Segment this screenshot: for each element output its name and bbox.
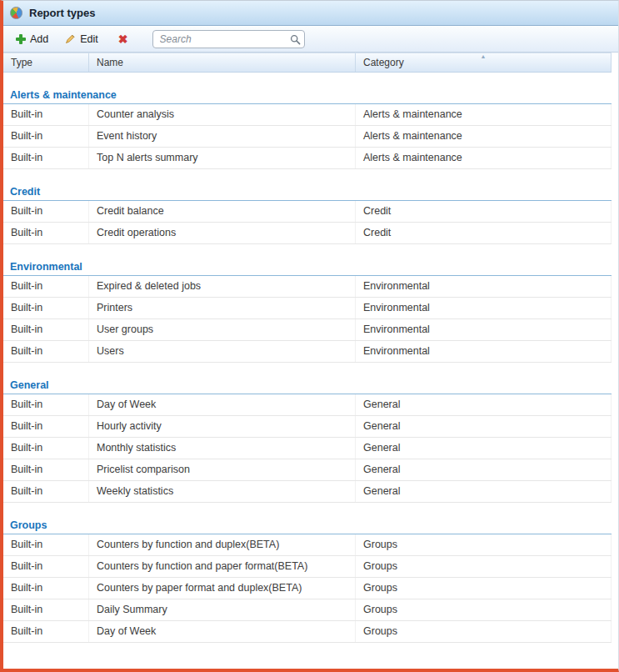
cell-type: Built-in: [3, 148, 89, 168]
table-row[interactable]: Built-inMonthly statisticsGeneral: [3, 438, 612, 459]
cell-type: Built-in: [3, 416, 89, 437]
cell-name: Counters by paper format and duplex(BETA…: [89, 578, 356, 599]
cell-name: Printers: [89, 298, 356, 318]
add-button[interactable]: Add: [8, 30, 56, 48]
report-group: GroupsBuilt-inCounters by function and d…: [3, 503, 612, 643]
column-header-name[interactable]: Name: [89, 53, 356, 72]
table-row[interactable]: Built-inCounter analysisAlerts & mainten…: [3, 104, 612, 126]
table-row[interactable]: Built-inCredit balanceCredit: [3, 201, 612, 223]
cell-category: Environmental: [356, 341, 612, 362]
cell-category: Groups: [356, 534, 612, 555]
page-title: Report types: [29, 7, 95, 19]
cell-name: Day of Week: [89, 394, 356, 415]
group-header[interactable]: General: [3, 363, 612, 394]
report-table-groups: Alerts & maintenanceBuilt-inCounter anal…: [3, 73, 612, 669]
cell-type: Built-in: [3, 298, 89, 318]
column-header-category-label: Category: [363, 57, 404, 68]
cell-category: Credit: [356, 201, 612, 222]
cell-category: General: [356, 394, 612, 415]
cell-category: General: [356, 481, 612, 502]
cell-category: Groups: [356, 578, 612, 599]
cell-name: Event history: [89, 126, 356, 147]
cell-name: Top N alerts summary: [89, 148, 356, 168]
cell-type: Built-in: [3, 394, 89, 415]
table-row[interactable]: Built-inTop N alerts summaryAlerts & mai…: [3, 148, 612, 169]
table-row[interactable]: Built-inDay of WeekGeneral: [3, 394, 612, 416]
cell-type: Built-in: [3, 126, 89, 147]
search-box: [152, 30, 305, 48]
cell-type: Built-in: [3, 201, 89, 222]
cell-type: Built-in: [3, 556, 89, 577]
cell-name: Counter analysis: [89, 104, 356, 125]
cell-category: Groups: [356, 556, 612, 577]
delete-button[interactable]: ✖: [107, 30, 139, 48]
pie-chart-icon: [10, 7, 22, 19]
cell-type: Built-in: [3, 481, 89, 502]
table-row[interactable]: Built-inWeekly statisticsGeneral: [3, 481, 612, 503]
cell-category: General: [356, 459, 612, 480]
group-header[interactable]: Credit: [3, 169, 612, 201]
cell-type: Built-in: [3, 276, 89, 297]
cell-category: Groups: [356, 621, 612, 642]
table-row[interactable]: Built-inDaily SummaryGroups: [3, 599, 612, 621]
column-header-category[interactable]: ▲ Category: [356, 53, 612, 72]
cell-type: Built-in: [3, 319, 89, 340]
toolbar: Add Edit ✖: [3, 26, 618, 53]
window-titlebar: Report types: [3, 1, 618, 26]
cell-type: Built-in: [3, 104, 89, 125]
search-input[interactable]: [152, 30, 305, 48]
cell-name: Counters by function and duplex(BETA): [89, 534, 356, 555]
cell-type: Built-in: [3, 578, 89, 599]
table-row[interactable]: Built-inUsersEnvironmental: [3, 341, 612, 363]
cell-name: Counters by function and paper format(BE…: [89, 556, 356, 577]
cell-type: Built-in: [3, 534, 89, 555]
group-header[interactable]: Groups: [3, 503, 612, 534]
table-row[interactable]: Built-inHourly activityGeneral: [3, 416, 612, 438]
cell-category: Groups: [356, 599, 612, 620]
cell-type: Built-in: [3, 459, 89, 480]
group-header[interactable]: Alerts & maintenance: [3, 73, 612, 104]
cell-name: Pricelist comparison: [89, 459, 356, 480]
cell-category: Alerts & maintenance: [356, 148, 612, 168]
cell-name: Expired & deleted jobs: [89, 276, 356, 297]
report-group: CreditBuilt-inCredit balanceCreditBuilt-…: [3, 169, 612, 244]
table-row[interactable]: Built-inPrintersEnvironmental: [3, 298, 612, 319]
edit-button-label: Edit: [80, 33, 98, 45]
cell-name: User groups: [89, 319, 356, 340]
group-header[interactable]: Environmental: [3, 244, 612, 276]
table-row[interactable]: Built-inCounters by function and duplex(…: [3, 534, 612, 556]
cell-name: Weekly statistics: [89, 481, 356, 502]
column-header-row: Type Name ▲ Category: [3, 53, 612, 73]
sort-ascending-icon: ▲: [481, 53, 487, 59]
add-button-label: Add: [30, 33, 48, 45]
table-row[interactable]: Built-inUser groupsEnvironmental: [3, 319, 612, 341]
table-row[interactable]: Built-inCounters by function and paper f…: [3, 556, 612, 578]
cell-name: Daily Summary: [89, 599, 356, 620]
table-row[interactable]: Built-inPricelist comparisonGeneral: [3, 459, 612, 481]
report-types-window: Report types Add Edit ✖: [0, 0, 619, 672]
table-row[interactable]: Built-inExpired & deleted jobsEnvironmen…: [3, 276, 612, 298]
cell-name: Day of Week: [89, 621, 356, 642]
table-row[interactable]: Built-inDay of WeekGroups: [3, 621, 612, 643]
plus-icon: [16, 34, 26, 44]
search-icon[interactable]: [290, 33, 301, 48]
cell-category: Alerts & maintenance: [356, 126, 612, 147]
cell-type: Built-in: [3, 621, 89, 642]
cell-name: Credit balance: [89, 201, 356, 222]
cell-category: General: [356, 438, 612, 459]
cell-category: Credit: [356, 223, 612, 243]
edit-button[interactable]: Edit: [57, 30, 106, 48]
cell-name: Users: [89, 341, 356, 362]
table-row[interactable]: Built-inCredit operationsCredit: [3, 223, 612, 244]
report-group: Alerts & maintenanceBuilt-inCounter anal…: [3, 73, 612, 169]
table-row[interactable]: Built-inEvent historyAlerts & maintenanc…: [3, 126, 612, 148]
table-row[interactable]: Built-inCounters by paper format and dup…: [3, 578, 612, 599]
cell-category: General: [356, 416, 612, 437]
cell-type: Built-in: [3, 599, 89, 620]
cell-type: Built-in: [3, 341, 89, 362]
cell-name: Monthly statistics: [89, 438, 356, 459]
cell-type: Built-in: [3, 438, 89, 459]
delete-x-icon: ✖: [115, 33, 132, 45]
column-header-type[interactable]: Type: [3, 53, 89, 72]
cell-name: Hourly activity: [89, 416, 356, 437]
